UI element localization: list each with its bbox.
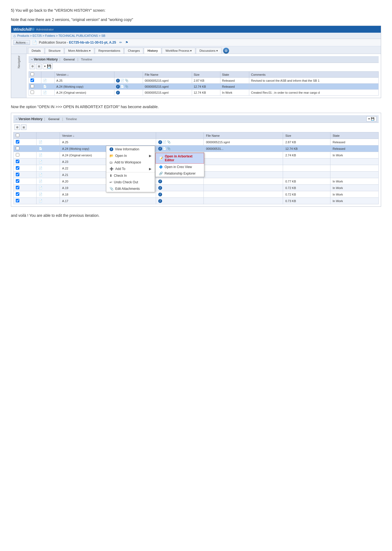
- r2-file-3: [204, 152, 283, 159]
- tab-settings-1[interactable]: ⚙: [223, 48, 229, 54]
- windchill-window-1: Windchill® Administrator ⌂ Products > EC…: [11, 26, 381, 98]
- select-all-2[interactable]: [16, 133, 19, 137]
- tab-workflow-1[interactable]: Workflow Process ▾: [162, 48, 195, 54]
- col-version-1[interactable]: Version ↓: [54, 72, 114, 78]
- table-row: 📄 A.25 i📄📎 0000005215.sgml 2.87 KB Relea…: [14, 139, 379, 145]
- row2-cb-7[interactable]: [16, 179, 19, 183]
- row2-cb-2[interactable]: [16, 147, 19, 150]
- r2-size-10: 0.73 KB: [283, 198, 330, 204]
- state-cell-2: Released: [220, 84, 249, 90]
- vh-toolbar-1: ⚙ ⊞ ▾ 💾: [29, 63, 379, 70]
- edit-icon-1[interactable]: ✏: [119, 41, 122, 44]
- r2-file-1: 0000005215.sgml: [204, 139, 283, 145]
- row2-cb-3[interactable]: [16, 153, 19, 157]
- cm-check-in[interactable]: ⬇ Check In: [106, 172, 155, 179]
- row-checkbox-1-3[interactable]: [31, 90, 34, 94]
- col2-type: [36, 132, 60, 139]
- vh-tab-timeline-2[interactable]: Timeline: [64, 117, 78, 121]
- r2-file-8: [204, 185, 283, 191]
- cm-addto-icon: ➕: [110, 167, 114, 171]
- col2-icons: [156, 132, 204, 139]
- doc-icon-row-1: 📄: [43, 79, 47, 82]
- r2-info-10[interactable]: i: [158, 199, 162, 203]
- tab-changes-1[interactable]: Changes: [124, 48, 143, 54]
- doc-type-9: 📄: [39, 193, 42, 196]
- r2-info-9[interactable]: i: [158, 193, 162, 196]
- submenu-open-in: 📝 Open in Arbortext Editor 🔷 Open in Cre…: [155, 153, 204, 177]
- col-file-1: File Name: [143, 72, 192, 78]
- row2-cb-1[interactable]: [16, 140, 19, 144]
- vh-tab-general-1[interactable]: General: [62, 57, 76, 62]
- sm-rel-icon: 🔗: [159, 172, 163, 175]
- cm-undo-checkout[interactable]: ↩ Undo Check Out: [106, 179, 155, 185]
- r2-file-9: [204, 191, 283, 198]
- wc-nav-tabs-1: Details Structure More Attributes ▾ Repr…: [11, 46, 381, 54]
- cm-add-to[interactable]: ➕ Add To ▶: [106, 166, 155, 172]
- sm-arbortext[interactable]: 📝 Open in Arbortext Editor: [156, 153, 204, 164]
- cm-edit-attachments[interactable]: 📎 Edit Attachments: [106, 185, 155, 192]
- tab-structure-1[interactable]: Structure: [45, 48, 64, 54]
- vh-tab-timeline-1[interactable]: Timeline: [79, 57, 94, 62]
- r2-state-3: In Work: [330, 152, 378, 159]
- row2-cb-10[interactable]: [16, 199, 19, 202]
- tab-history-1[interactable]: History: [144, 48, 161, 54]
- col2-check: [14, 132, 37, 139]
- vh-dropdown-2[interactable]: ▾ 💾: [366, 116, 376, 121]
- vh-dropdown-1[interactable]: ▾ 💾: [43, 63, 53, 69]
- col2-version[interactable]: Version ↓: [60, 132, 156, 139]
- r2-size-7: 0.77 KB: [283, 178, 330, 185]
- doc-small-2: 📄: [120, 85, 124, 88]
- table-row: 📄 A.24 (Working copy) i📄📎 000000531... 1…: [14, 145, 379, 152]
- comment-cell-2: [249, 84, 379, 90]
- state-cell-1: Released: [220, 78, 249, 84]
- vh-icon-btn-4[interactable]: ⊞: [21, 124, 26, 130]
- col2-file: File Name: [204, 132, 283, 139]
- tab-more-attributes-1[interactable]: More Attributes ▾: [65, 48, 94, 54]
- r2-info-2[interactable]: i: [158, 147, 162, 151]
- vh-icon-btn-2[interactable]: ⊞: [36, 64, 42, 69]
- minus-icon-1[interactable]: −: [31, 57, 33, 61]
- r2-size-4: [283, 159, 330, 165]
- row2-cb-5[interactable]: [16, 166, 19, 170]
- cm-view-info[interactable]: i View Information: [106, 146, 155, 153]
- file-cell-2: 0000005215.sgml: [143, 84, 192, 90]
- size-cell-1: 2.87 KB: [192, 78, 220, 84]
- r2-attach-1: 📎: [167, 140, 171, 144]
- tab-representations-1[interactable]: Representations: [95, 48, 124, 54]
- row-checkbox-1-2[interactable]: [31, 84, 34, 88]
- cm-open-in[interactable]: 📂 Open In ▶ 📝 Open in Arbortext Editor 🔷…: [106, 153, 155, 159]
- version-history-table-1: Version ↓ File Name Size State Comments …: [29, 71, 379, 96]
- r2-state-10: In Work: [330, 198, 378, 204]
- actions-button-1[interactable]: Actions -: [13, 40, 30, 45]
- doc-type-3: 📄: [39, 153, 42, 157]
- vh-icon-btn-1[interactable]: ⚙: [30, 64, 35, 69]
- r2-info-8[interactable]: i: [158, 186, 162, 190]
- info-icon-3[interactable]: i: [116, 91, 120, 95]
- info-icon-1[interactable]: i: [116, 79, 120, 83]
- row2-cb-6[interactable]: [16, 173, 19, 176]
- row2-cb-8[interactable]: [16, 186, 19, 189]
- info-icon-2[interactable]: i: [116, 85, 120, 89]
- sm-creo-view[interactable]: 🔷 Open in Creo View: [156, 164, 204, 170]
- home-icon-1[interactable]: ⌂: [13, 34, 16, 38]
- r2-state-1: Released: [330, 139, 378, 145]
- select-all-checkbox-1[interactable]: [31, 72, 34, 76]
- cm-add-workspace[interactable]: 🗂 Add to Workspace: [106, 159, 155, 166]
- r2-info-1[interactable]: i: [158, 140, 162, 144]
- flag-icon-1[interactable]: ⚑: [125, 41, 128, 44]
- vh-tab-general-2[interactable]: General: [47, 117, 61, 121]
- table-row: 📄 A.25 i 📄 📎 0000005215.sgml 2.87 KB Rel…: [29, 78, 379, 84]
- minus-icon-2[interactable]: −: [16, 117, 17, 121]
- row-checkbox-1-1[interactable]: [31, 78, 34, 82]
- cm-undo-checkout-label: Undo Check Out: [114, 180, 138, 184]
- r2-info-7[interactable]: i: [158, 179, 162, 183]
- tab-details-1[interactable]: Details: [28, 48, 44, 54]
- cm-check-in-label: Check In: [114, 174, 127, 178]
- row2-cb-4[interactable]: [16, 160, 19, 163]
- tab-discussions-1[interactable]: Discussions ▾: [196, 48, 221, 54]
- col2-state[interactable]: State: [330, 132, 378, 139]
- row2-cb-9[interactable]: [16, 192, 19, 196]
- vh-icon-btn-3[interactable]: ⚙: [14, 124, 20, 130]
- sm-relationship[interactable]: 🔗 Relationship Explorer: [156, 170, 204, 177]
- r2-size-2: 12.74 KB: [283, 145, 330, 152]
